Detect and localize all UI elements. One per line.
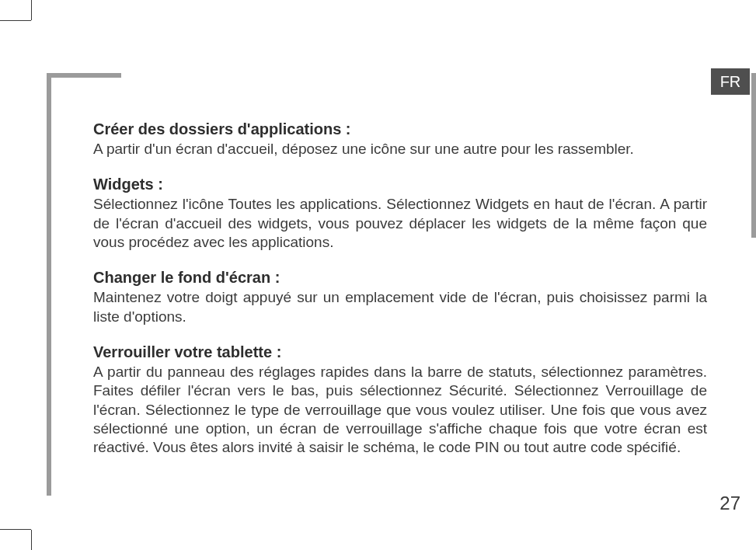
crop-mark: [31, 0, 32, 20]
section-wallpaper: Changer le fond d'écran : Maintenez votr…: [93, 269, 707, 326]
crop-mark: [31, 530, 32, 550]
language-tab: FR: [711, 68, 750, 95]
section-body: Maintenez votre doigt appuyé sur un empl…: [93, 288, 707, 326]
section-body: A partir d'un écran d'accueil, déposez u…: [93, 140, 707, 158]
crop-mark: [0, 20, 31, 21]
section-body: Sélectionnez l'icône Toutes les applicat…: [93, 195, 707, 252]
section-body: A partir du panneau des réglages rapides…: [93, 363, 707, 458]
crop-mark: [0, 529, 31, 530]
content-area: Créer des dossiers d'applications : A pa…: [93, 120, 707, 457]
section-lock-tablet: Verrouiller votre tablette : A partir du…: [93, 343, 707, 458]
section-heading: Widgets :: [93, 176, 707, 193]
section-heading: Verrouiller votre tablette :: [93, 343, 707, 361]
language-tab-label: FR: [720, 73, 741, 91]
section-heading: Créer des dossiers d'applications :: [93, 120, 707, 138]
side-bar-top: [47, 73, 121, 78]
section-heading: Changer le fond d'écran :: [93, 269, 707, 287]
manual-page: FR Créer des dossiers d'applications : A…: [0, 0, 756, 550]
section-create-folders: Créer des dossiers d'applications : A pa…: [93, 120, 707, 158]
side-bar-right: [751, 73, 756, 238]
side-bar-left: [47, 73, 51, 496]
page-number: 27: [719, 493, 740, 514]
section-widgets: Widgets : Sélectionnez l'icône Toutes le…: [93, 176, 707, 252]
